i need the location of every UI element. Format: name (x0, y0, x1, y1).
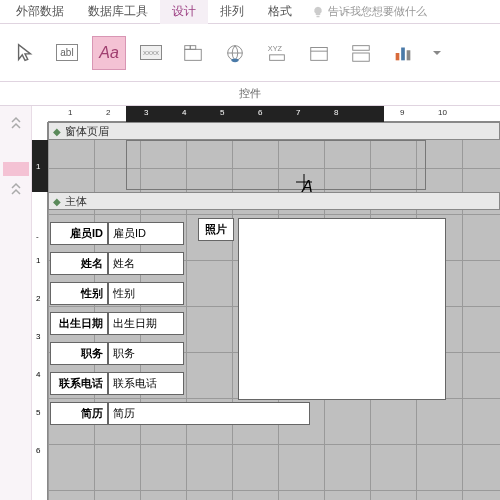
horizontal-ruler[interactable]: 1 2 3 4 5 6 7 8 9 10 (48, 106, 500, 122)
lightbulb-icon (312, 6, 324, 18)
resume-field[interactable]: 简历 (108, 402, 310, 425)
chart-tool[interactable] (386, 36, 420, 70)
title-label[interactable]: 职务 (50, 342, 108, 365)
body-section-label: 主体 (65, 194, 87, 209)
title-placeholder-box[interactable] (126, 140, 426, 190)
birth-label[interactable]: 出生日期 (50, 312, 108, 335)
photo-field[interactable] (238, 218, 446, 400)
label-tool[interactable]: Aa (92, 36, 126, 70)
form-design-canvas: 1 2 3 4 5 6 7 8 9 10 1 - 1 2 3 4 5 6 (32, 106, 500, 500)
tab-design[interactable]: 设计 (160, 0, 208, 24)
form-header-label: 窗体页眉 (65, 124, 109, 139)
textbox-tool[interactable]: abl (50, 36, 84, 70)
svg-rect-14 (407, 50, 411, 60)
svg-rect-11 (353, 53, 370, 61)
combo-tool[interactable] (344, 36, 378, 70)
phone-field[interactable]: 联系电话 (108, 372, 184, 395)
vertical-ruler[interactable]: 1 - 1 2 3 4 5 6 (32, 122, 48, 500)
tab-control-tool[interactable] (176, 36, 210, 70)
phone-label[interactable]: 联系电话 (50, 372, 108, 395)
svg-rect-1 (185, 49, 202, 60)
tab-db-tools[interactable]: 数据库工具 (76, 0, 160, 24)
navigation-tool[interactable]: XYZ (260, 36, 294, 70)
name-field[interactable]: 姓名 (108, 252, 184, 275)
gender-label[interactable]: 性别 (50, 282, 108, 305)
title-field[interactable]: 职务 (108, 342, 184, 365)
body-section-bar[interactable]: ◆ 主体 (48, 192, 500, 210)
section-bullet-icon: ◆ (53, 196, 61, 207)
photo-label[interactable]: 照片 (198, 218, 234, 241)
section-bullet-icon: ◆ (53, 126, 61, 137)
svg-point-5 (231, 58, 238, 62)
select-tool[interactable] (8, 36, 42, 70)
more-controls[interactable] (428, 36, 446, 70)
tab-format[interactable]: 格式 (256, 0, 304, 24)
option-group-tool[interactable] (302, 36, 336, 70)
form-body-area[interactable]: 照片 雇员ID 雇员ID 姓名 姓名 性别 性别 出生 (48, 210, 500, 426)
svg-rect-7 (270, 54, 285, 60)
ribbon-tabs: 外部数据 数据库工具 设计 排列 格式 告诉我您想要做什么 (0, 0, 500, 24)
tell-me[interactable]: 告诉我您想要做什么 (312, 4, 427, 19)
svg-rect-0 (317, 15, 320, 17)
form-header-area[interactable]: A (48, 140, 500, 192)
nav-selected-item[interactable] (3, 162, 29, 176)
tell-me-label: 告诉我您想要做什么 (328, 4, 427, 19)
emp-id-label[interactable]: 雇员ID (50, 222, 108, 245)
workspace: 1 2 3 4 5 6 7 8 9 10 1 - 1 2 3 4 5 6 (0, 106, 500, 500)
ribbon-group-label: 控件 (0, 82, 500, 106)
button-tool[interactable]: xxxx (134, 36, 168, 70)
hyperlink-tool[interactable] (218, 36, 252, 70)
tab-external-data[interactable]: 外部数据 (4, 0, 76, 24)
expand-nav-icon-2[interactable] (8, 182, 24, 198)
ribbon-controls: abl Aa xxxx XYZ (0, 24, 500, 82)
svg-rect-10 (353, 45, 370, 50)
form-header-section-bar[interactable]: ◆ 窗体页眉 (48, 122, 500, 140)
svg-rect-8 (311, 47, 328, 60)
nav-pane-collapsed (0, 106, 32, 500)
svg-rect-2 (185, 45, 191, 49)
svg-text:XYZ: XYZ (268, 44, 283, 53)
tab-arrange[interactable]: 排列 (208, 0, 256, 24)
label-cursor-icon: A (302, 178, 313, 196)
svg-rect-12 (396, 53, 400, 60)
expand-nav-icon[interactable] (8, 116, 24, 132)
design-surface[interactable]: ◆ 窗体页眉 A ◆ 主体 照片 雇员ID 雇员I (48, 122, 500, 500)
emp-id-field[interactable]: 雇员ID (108, 222, 184, 245)
birth-field[interactable]: 出生日期 (108, 312, 184, 335)
svg-rect-13 (401, 47, 405, 60)
svg-rect-3 (190, 45, 196, 49)
name-label[interactable]: 姓名 (50, 252, 108, 275)
resume-label[interactable]: 简历 (50, 402, 108, 425)
gender-field[interactable]: 性别 (108, 282, 184, 305)
